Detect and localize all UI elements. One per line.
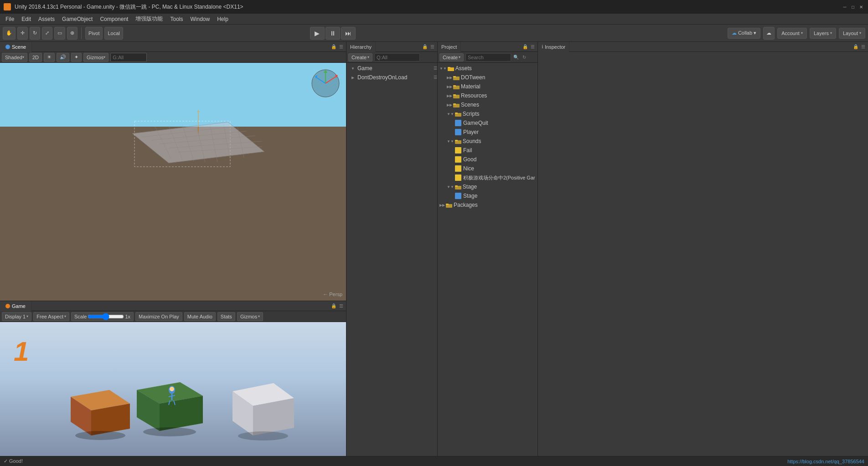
- hand-tool-button[interactable]: ✋: [3, 27, 16, 40]
- shader-dropdown[interactable]: Shaded ▾: [2, 53, 27, 62]
- hierarchy-lock-icon[interactable]: 🔒: [422, 44, 428, 50]
- menu-assets[interactable]: Assets: [35, 15, 58, 23]
- cloud-service-button[interactable]: ☁: [763, 27, 775, 40]
- move-tool-button[interactable]: ✛: [17, 27, 28, 40]
- menu-tools[interactable]: Tools: [166, 15, 186, 23]
- collab-button[interactable]: ☁ Collab ▾: [728, 28, 760, 39]
- audio-toggle[interactable]: 🔊: [57, 53, 69, 62]
- project-item-dotween[interactable]: ▶ DOTween: [438, 73, 537, 82]
- resources-label: Resources: [461, 92, 487, 99]
- game-menu-icon[interactable]: ☰: [338, 303, 344, 309]
- hierarchy-menu-icon[interactable]: ☰: [429, 44, 435, 50]
- good-sound-icon: [455, 156, 461, 163]
- project-item-packages[interactable]: ▶ Packages: [438, 200, 537, 210]
- gamequit-label: GameQuit: [463, 120, 488, 126]
- project-item-assets[interactable]: ▼ Assets: [438, 64, 537, 73]
- tab-project[interactable]: Project: [438, 42, 461, 52]
- dontdestroy-expand-icon: [350, 75, 356, 80]
- project-refresh-icon[interactable]: ↻: [521, 54, 527, 61]
- menu-file[interactable]: File: [2, 15, 18, 23]
- menu-component[interactable]: Component: [96, 15, 132, 23]
- game-viewport[interactable]: 1: [0, 322, 346, 456]
- project-item-good[interactable]: Good: [438, 155, 537, 164]
- main-layout: Scene 🔒 ☰ Shaded ▾ 2D ☀ �: [0, 42, 868, 456]
- transform-tool-button[interactable]: ⊕: [67, 27, 78, 40]
- scale-tool-button[interactable]: ⤢: [42, 27, 52, 40]
- hierarchy-item-dontdestroy[interactable]: DontDestroyOnLoad ☰: [346, 73, 437, 82]
- project-item-nice[interactable]: Nice: [438, 164, 537, 173]
- menu-enhanced[interactable]: 增强版功能: [132, 14, 166, 24]
- layers-button[interactable]: Layers ▾: [810, 28, 836, 39]
- tab-game[interactable]: Game: [0, 301, 31, 311]
- tab-scene[interactable]: Scene: [0, 42, 32, 52]
- lighting-toggle[interactable]: ☀: [44, 53, 55, 62]
- account-button[interactable]: Account ▾: [777, 28, 807, 39]
- tab-inspector[interactable]: ℹ Inspector: [538, 42, 569, 52]
- scene-lock-icon[interactable]: 🔒: [331, 44, 337, 50]
- display-dropdown[interactable]: Display 1 ▾: [2, 312, 31, 321]
- maximize-on-play-button[interactable]: Maximize On Play: [135, 312, 182, 321]
- maximize-button[interactable]: □: [850, 4, 856, 10]
- hierarchy-dontdestroy-menu[interactable]: ☰: [434, 75, 437, 80]
- scene-viewport[interactable]: ← Persp: [0, 63, 346, 301]
- nice-sound-icon: [455, 165, 461, 172]
- layout-button[interactable]: Layout ▾: [839, 28, 865, 39]
- stats-button[interactable]: Stats: [217, 312, 235, 321]
- project-item-material[interactable]: ▶ Material: [438, 82, 537, 91]
- project-menu-icon[interactable]: ☰: [529, 44, 536, 50]
- project-create-button[interactable]: Create ▾: [439, 53, 464, 61]
- project-item-fail[interactable]: Fail: [438, 146, 537, 155]
- rect-tool-button[interactable]: ▭: [54, 27, 65, 40]
- project-lock-icon[interactable]: 🔒: [522, 44, 528, 50]
- gizmos-dropdown[interactable]: Gizmos ▾: [83, 53, 108, 62]
- hierarchy-search-input[interactable]: [374, 53, 420, 61]
- project-item-player[interactable]: Player: [438, 128, 537, 137]
- project-item-scenes[interactable]: ▶ Scenes: [438, 100, 537, 109]
- mute-audio-button[interactable]: Mute Audio: [184, 312, 216, 321]
- maximize-label: Maximize On Play: [139, 314, 179, 319]
- step-button[interactable]: ⏭: [341, 27, 356, 40]
- tab-hierarchy[interactable]: Hierarchy: [346, 42, 376, 52]
- inspector-lock-icon[interactable]: 🔒: [852, 44, 859, 50]
- window-title: Unity 2018.4.13c1 Personal - Game.unity …: [15, 3, 842, 11]
- fx-toggle[interactable]: ✦: [71, 53, 82, 62]
- project-item-scripts[interactable]: ▼ Scripts: [438, 109, 537, 118]
- menu-help[interactable]: Help: [213, 15, 232, 23]
- project-search-input[interactable]: [465, 53, 511, 61]
- menu-window[interactable]: Window: [186, 15, 213, 23]
- hierarchy-item-game[interactable]: Game ☰: [346, 64, 437, 73]
- project-item-resources[interactable]: ▶ Resources: [438, 91, 537, 100]
- local-button[interactable]: Local: [104, 27, 123, 40]
- hierarchy-content: Game ☰ DontDestroyOnLoad ☰: [346, 63, 437, 456]
- game-lock-icon[interactable]: 🔒: [331, 303, 337, 309]
- pause-button[interactable]: ⏸: [326, 27, 340, 40]
- stage-expand-icon: ▼: [447, 185, 454, 189]
- scene-gizmo[interactable]: [310, 67, 341, 99]
- project-item-gamequit[interactable]: GameQuit: [438, 118, 537, 128]
- hierarchy-panel: Hierarchy 🔒 ☰ Create ▾ Game: [346, 42, 438, 456]
- game-gizmos-button[interactable]: Gizmos ▾: [237, 312, 263, 321]
- hierarchy-game-menu[interactable]: ☰: [434, 66, 437, 71]
- game-panel-controls: 🔒 ☰: [331, 303, 346, 309]
- scene-menu-icon[interactable]: ☰: [338, 44, 344, 50]
- menu-gameobject[interactable]: GameObject: [58, 15, 96, 23]
- scene-search-input[interactable]: [110, 53, 147, 62]
- menu-edit[interactable]: Edit: [18, 15, 35, 23]
- rotate-tool-button[interactable]: ↻: [30, 27, 40, 40]
- 2d-toggle[interactable]: 2D: [29, 53, 42, 62]
- close-button[interactable]: ✕: [858, 4, 864, 10]
- play-button[interactable]: ▶: [310, 27, 325, 40]
- minimize-button[interactable]: ─: [842, 4, 848, 10]
- rotate-icon: ↻: [33, 30, 37, 36]
- project-item-stage[interactable]: ▼ Stage: [438, 182, 537, 191]
- hierarchy-create-button[interactable]: Create ▾: [348, 53, 372, 61]
- inspector-menu-icon[interactable]: ☰: [860, 44, 866, 50]
- packages-folder-icon: [446, 203, 452, 208]
- project-item-sounds[interactable]: ▼ Sounds: [438, 137, 537, 146]
- aspect-dropdown[interactable]: Free Aspect ▾: [33, 312, 69, 321]
- scale-slider[interactable]: [88, 313, 124, 320]
- project-item-stage-scene[interactable]: Stage: [438, 191, 537, 200]
- project-item-positive[interactable]: 积极游戏场分命中2(Positive Gar: [438, 173, 537, 182]
- lighting-icon: ☀: [47, 54, 52, 60]
- pivot-button[interactable]: Pivot: [85, 27, 103, 40]
